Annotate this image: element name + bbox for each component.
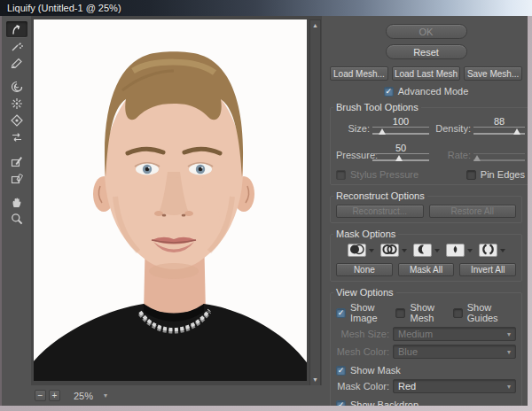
show-mesh-label: Show Mesh: [410, 302, 452, 323]
advanced-mode-label: Advanced Mode: [398, 86, 469, 97]
intersect-with-selection-dropdown-icon[interactable]: [467, 249, 473, 252]
show-image-checkbox[interactable]: ✓: [336, 308, 346, 318]
reset-button[interactable]: Reset: [386, 44, 467, 59]
freeze-mask-tool[interactable]: [6, 153, 27, 169]
intersect-with-selection-icon: [447, 243, 464, 259]
mesh-size-label: Mesh Size:: [336, 329, 389, 339]
size-slider[interactable]: 100: [372, 116, 429, 136]
hand-tool[interactable]: [6, 194, 27, 210]
load-mesh-button[interactable]: Load Mesh...: [330, 66, 388, 81]
subtract-from-selection-dropdown-icon[interactable]: [434, 249, 440, 252]
zoom-out-button[interactable]: −: [35, 390, 46, 401]
stylus-pressure-checkbox: [336, 170, 346, 180]
portrait-image: [34, 19, 307, 381]
resize-grip[interactable]: [523, 402, 531, 410]
forward-warp-tool[interactable]: [6, 21, 27, 37]
zoom-in-button[interactable]: +: [49, 390, 60, 401]
vertical-scrollbar[interactable]: ▲ ▼: [309, 19, 321, 386]
add-to-selection-button[interactable]: [380, 244, 399, 257]
preview-image[interactable]: [34, 19, 307, 381]
none-button[interactable]: None: [336, 263, 393, 276]
twirl-clockwise-tool[interactable]: [6, 79, 27, 95]
window-border-left: [0, 16, 2, 406]
intersect-with-selection-button[interactable]: [446, 244, 465, 257]
invert-selection-button[interactable]: [479, 244, 497, 257]
liquify-dialog: Liquify (Untitled-1 @ 25%): [0, 0, 532, 411]
zoom-tool[interactable]: [6, 211, 27, 227]
pin-edges-label: Pin Edges: [481, 169, 525, 180]
pressure-slider[interactable]: 50: [372, 143, 429, 163]
reconstruct-tool[interactable]: [6, 38, 27, 54]
pucker-icon: [10, 97, 24, 111]
view-options-group: View Options ✓ Show Image Show Mesh Show…: [330, 287, 522, 411]
push-left-tool[interactable]: [6, 129, 27, 145]
advanced-mode-checkbox[interactable]: ✓: [384, 87, 394, 97]
pressure-slider-thumb[interactable]: [395, 155, 403, 161]
show-guides-checkbox[interactable]: [453, 308, 463, 318]
pressure-label: Pressure:: [336, 150, 370, 163]
mask-color-label: Mask Color:: [336, 381, 389, 392]
canvas-statusbar: − + 25% ▾: [31, 385, 322, 406]
pressure-value[interactable]: 50: [372, 143, 429, 154]
size-label: Size:: [336, 123, 370, 136]
density-slider-thumb[interactable]: [513, 128, 520, 135]
size-value[interactable]: 100: [372, 116, 429, 128]
reconstruct-options-group: Reconstruct Options Reconstruct... Resto…: [330, 190, 522, 223]
brush-tool-options-title: Brush Tool Options: [333, 102, 421, 112]
forward-warp-icon: [10, 22, 24, 36]
density-slider[interactable]: 88: [473, 116, 525, 136]
zoom-level-value[interactable]: 25%: [74, 391, 93, 401]
thaw-mask-icon: [10, 171, 24, 185]
window-border-bottom: [0, 406, 532, 411]
pucker-tool[interactable]: [6, 96, 27, 112]
reconstruct-icon: [10, 39, 24, 53]
size-slider-thumb[interactable]: [379, 128, 386, 135]
load-last-mesh-button[interactable]: Load Last Mesh: [392, 66, 460, 81]
mesh-color-dropdown: Blue ▾: [393, 345, 516, 359]
reconstruct-button[interactable]: Reconstruct...: [336, 205, 424, 218]
show-guides-label: Show Guides: [467, 302, 516, 323]
mask-color-value: Red: [398, 381, 416, 392]
show-image-label: Show Image: [350, 302, 395, 323]
reconstruct-options-title: Reconstruct Options: [333, 190, 427, 201]
subtract-from-selection-icon: [414, 243, 431, 259]
subtract-from-selection-button[interactable]: [413, 244, 432, 257]
show-mask-checkbox[interactable]: ✓: [336, 366, 346, 376]
twirl-clockwise-icon: [10, 80, 24, 94]
rate-value: [473, 143, 525, 154]
thaw-mask-tool[interactable]: [6, 170, 27, 186]
invert-all-button[interactable]: Invert All: [459, 263, 516, 276]
rate-label: Rate:: [432, 150, 471, 163]
advanced-mode-row: ✓ Advanced Mode: [330, 86, 522, 97]
restore-all-button[interactable]: Restore All: [429, 205, 517, 218]
mask-color-dropdown[interactable]: Red ▾: [393, 379, 516, 393]
replace-selection-icon: [348, 243, 365, 259]
mask-all-button[interactable]: Mask All: [398, 263, 455, 276]
zoom-dropdown-icon[interactable]: ▾: [104, 392, 107, 399]
save-mesh-button[interactable]: Save Mesh...: [464, 66, 522, 81]
mesh-color-chevron-icon: ▾: [507, 348, 511, 356]
replace-selection-dropdown-icon[interactable]: [369, 249, 374, 252]
mask-color-chevron-icon: ▾: [507, 383, 511, 391]
add-to-selection-dropdown-icon[interactable]: [402, 249, 407, 252]
window-border-right: [528, 16, 532, 411]
canvas-viewport: ▲ ▼: [31, 16, 322, 385]
invert-selection-icon: [480, 243, 497, 259]
smooth-tool[interactable]: [6, 55, 27, 71]
ok-button[interactable]: OK: [386, 24, 467, 39]
scroll-up-icon[interactable]: ▲: [310, 21, 320, 30]
pin-edges-checkbox[interactable]: [466, 170, 476, 180]
replace-selection-button[interactable]: [348, 244, 366, 257]
scroll-down-icon[interactable]: ▼: [310, 376, 320, 384]
titlebar[interactable]: Liquify (Untitled-1 @ 25%): [0, 0, 532, 16]
mesh-color-label: Mesh Color:: [336, 346, 389, 357]
invert-selection-dropdown-icon[interactable]: [500, 249, 505, 252]
bloat-icon: [10, 113, 24, 128]
bloat-tool[interactable]: [6, 112, 27, 128]
mask-options-title: Mask Options: [333, 229, 398, 239]
mesh-size-chevron-icon: ▾: [507, 330, 511, 338]
tool-sidebar: [2, 16, 31, 406]
show-mesh-checkbox[interactable]: [395, 308, 405, 318]
density-value[interactable]: 88: [473, 116, 525, 128]
mesh-color-value: Blue: [398, 346, 418, 357]
